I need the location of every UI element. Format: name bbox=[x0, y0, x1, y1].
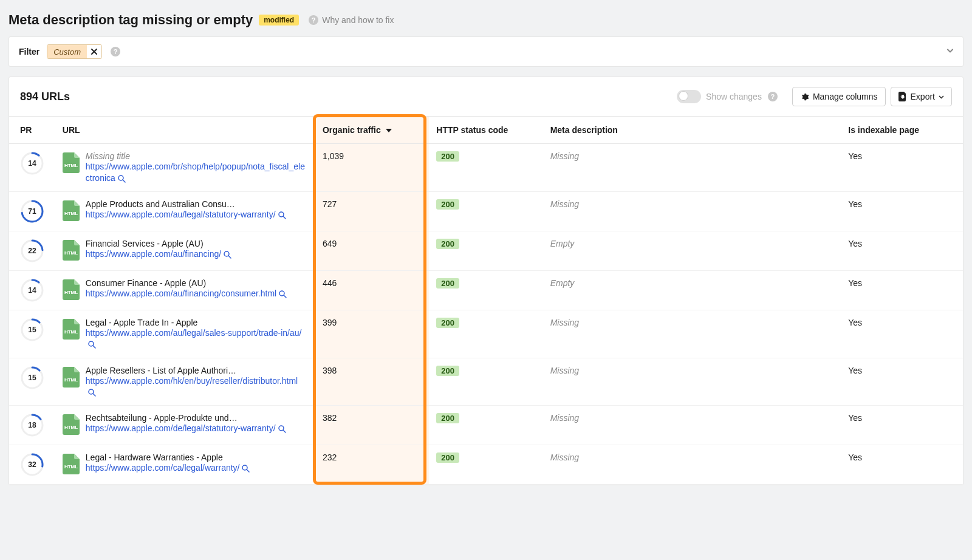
pr-gauge: 32 bbox=[20, 452, 44, 477]
caret-down-icon bbox=[939, 94, 944, 100]
meta-description-value: Missing bbox=[550, 199, 579, 209]
page-url-link[interactable]: https://www.apple.com/au/legal/statutory… bbox=[86, 210, 276, 219]
http-status-pill: 200 bbox=[436, 239, 459, 249]
indexable-value: Yes bbox=[841, 310, 963, 358]
table-row: 14HTMLConsumer Finance - Apple (AU)https… bbox=[9, 270, 963, 310]
inspect-icon[interactable] bbox=[278, 425, 286, 433]
indexable-value: Yes bbox=[841, 445, 963, 485]
results-panel: 894 URLs Show changes ? Manage columns E… bbox=[9, 77, 963, 485]
page-url-link[interactable]: https://www.apple.com/au/financing/consu… bbox=[86, 289, 276, 298]
filter-label: Filter bbox=[19, 47, 39, 56]
page-title-text: Legal - Apple Trade In - Apple bbox=[86, 318, 308, 327]
sort-desc-icon bbox=[386, 129, 392, 132]
html-file-icon: HTML bbox=[63, 454, 80, 474]
svg-line-19 bbox=[284, 295, 286, 298]
organic-traffic-value: 382 bbox=[315, 406, 429, 445]
svg-text:HTML: HTML bbox=[64, 250, 78, 256]
page-title-text: Apple Resellers - List of Apple Authori… bbox=[86, 366, 308, 375]
svg-line-39 bbox=[247, 470, 249, 472]
svg-text:HTML: HTML bbox=[64, 329, 78, 335]
hint-text: Why and how to fix bbox=[322, 15, 394, 25]
pr-value: 32 bbox=[28, 460, 36, 469]
pr-gauge: 22 bbox=[20, 239, 44, 263]
modified-badge: modified bbox=[259, 15, 299, 26]
page-url-link[interactable]: https://www.apple.com/au/financing/ bbox=[86, 249, 221, 259]
html-file-icon: HTML bbox=[63, 367, 80, 388]
svg-line-34 bbox=[283, 430, 286, 432]
html-file-icon: HTML bbox=[63, 319, 80, 340]
page-url-link[interactable]: https://www.apple.com/de/legal/statutory… bbox=[86, 423, 276, 433]
pr-gauge: 71 bbox=[20, 199, 44, 224]
inspect-icon[interactable] bbox=[118, 175, 126, 183]
meta-description-value: Missing bbox=[550, 151, 579, 161]
meta-description-value: Missing bbox=[550, 366, 579, 375]
svg-text:HTML: HTML bbox=[64, 425, 78, 430]
filter-bar: Filter Custom ? bbox=[9, 36, 963, 67]
svg-text:HTML: HTML bbox=[64, 290, 78, 295]
svg-line-29 bbox=[93, 394, 95, 396]
col-http[interactable]: HTTP status code bbox=[429, 117, 542, 144]
close-icon bbox=[91, 48, 98, 55]
svg-text:HTML: HTML bbox=[64, 377, 78, 383]
pr-gauge: 15 bbox=[20, 366, 44, 390]
svg-line-9 bbox=[283, 216, 286, 219]
filter-help-icon[interactable]: ? bbox=[111, 47, 120, 56]
html-file-icon: HTML bbox=[63, 279, 80, 300]
meta-description-value: Missing bbox=[550, 413, 579, 423]
pr-value: 15 bbox=[28, 326, 36, 334]
export-button[interactable]: Export bbox=[891, 87, 952, 106]
pr-gauge: 14 bbox=[20, 151, 44, 176]
organic-traffic-value: 232 bbox=[315, 445, 429, 485]
inspect-icon[interactable] bbox=[88, 341, 96, 349]
html-file-icon: HTML bbox=[63, 152, 80, 173]
col-organic-traffic[interactable]: Organic traffic bbox=[315, 117, 429, 144]
filter-chip-close[interactable] bbox=[87, 45, 101, 58]
organic-traffic-value: 399 bbox=[315, 310, 429, 358]
col-url[interactable]: URL bbox=[55, 117, 315, 144]
html-file-icon: HTML bbox=[63, 200, 80, 221]
gear-icon bbox=[800, 92, 809, 101]
inspect-icon[interactable] bbox=[88, 389, 96, 397]
col-pr[interactable]: PR bbox=[9, 117, 55, 144]
show-changes-help-icon[interactable]: ? bbox=[768, 92, 778, 101]
organic-traffic-value: 727 bbox=[315, 191, 429, 231]
meta-description-value: Empty bbox=[550, 278, 575, 288]
page-title-text: Apple Products and Australian Consu… bbox=[86, 199, 286, 209]
indexable-value: Yes bbox=[841, 406, 963, 445]
indexable-value: Yes bbox=[841, 358, 963, 406]
page-url-link[interactable]: https://www.apple.com/au/legal/sales-sup… bbox=[86, 328, 302, 338]
page-title: Meta description tag missing or empty bbox=[9, 12, 253, 28]
pr-value: 18 bbox=[28, 421, 36, 429]
http-status-pill: 200 bbox=[436, 199, 459, 210]
inspect-icon[interactable] bbox=[224, 251, 231, 259]
col-meta[interactable]: Meta description bbox=[543, 117, 841, 144]
http-status-pill: 200 bbox=[436, 318, 459, 328]
page-url-link[interactable]: https://www.apple.com/hk/en/buy/reseller… bbox=[86, 376, 298, 386]
indexable-value: Yes bbox=[841, 270, 963, 310]
pr-value: 14 bbox=[28, 286, 36, 295]
page-title-text: Rechtsabteilung - Apple-Produkte und… bbox=[86, 413, 286, 423]
page-title-text: Financial Services - Apple (AU) bbox=[86, 239, 231, 248]
http-status-pill: 200 bbox=[436, 366, 459, 376]
inspect-icon[interactable] bbox=[279, 290, 287, 298]
inspect-icon[interactable] bbox=[242, 465, 250, 473]
pr-gauge: 18 bbox=[20, 413, 44, 437]
show-changes-toggle[interactable] bbox=[677, 90, 701, 103]
manage-columns-button[interactable]: Manage columns bbox=[792, 87, 886, 106]
table-row: 22HTMLFinancial Services - Apple (AU)htt… bbox=[9, 231, 963, 270]
filter-chip-custom[interactable]: Custom bbox=[47, 44, 102, 59]
manage-columns-label: Manage columns bbox=[813, 92, 878, 101]
col-indexable[interactable]: Is indexable page bbox=[841, 117, 963, 144]
meta-description-value: Missing bbox=[550, 452, 579, 462]
filter-expand[interactable] bbox=[946, 47, 954, 57]
svg-line-4 bbox=[123, 180, 125, 182]
col-organic-traffic-label: Organic traffic bbox=[323, 125, 381, 135]
html-file-icon: HTML bbox=[63, 240, 80, 261]
inspect-icon[interactable] bbox=[278, 211, 286, 219]
page-url-link[interactable]: https://www.apple.com/ca/legal/warranty/ bbox=[86, 463, 240, 473]
why-how-link[interactable]: ? Why and how to fix bbox=[309, 15, 394, 25]
results-table: PR URL Organic traffic HTTP status code … bbox=[9, 117, 963, 485]
table-row: 71HTMLApple Products and Australian Cons… bbox=[9, 191, 963, 231]
indexable-value: Yes bbox=[841, 231, 963, 270]
meta-description-value: Missing bbox=[550, 318, 579, 327]
